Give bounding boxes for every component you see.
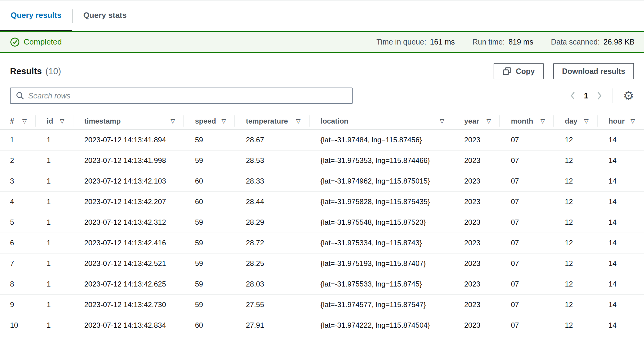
column-menu-icon[interactable]: ▽ [540,118,545,124]
column-header-location[interactable]: location▽ [310,113,453,130]
table-cell: 07 [500,315,554,336]
table-cell: 14 [598,130,644,150]
table-cell: 14 [598,150,644,171]
next-page-button[interactable] [596,91,602,100]
metric-value: 819 ms [508,38,533,46]
table-cell: 8 [0,274,36,294]
table-cell: 2023-07-12 14:13:42.521 [73,253,184,274]
table-cell: {lat=-31.975334, lng=115.8743} [310,233,453,253]
table-row[interactable]: 212023-07-12 14:13:41.9985928.53{lat=-31… [0,150,644,171]
column-header-label: timestamp [84,117,121,125]
table-cell: 59 [184,274,235,294]
table-cell: 12 [554,253,598,274]
metric-value: 26.98 KB [603,38,635,46]
table-cell: 14 [598,191,644,212]
gear-icon: ⚙ [623,89,634,103]
column-header-month[interactable]: month▽ [500,113,554,130]
column-header-year[interactable]: year▽ [453,113,500,130]
table-cell: 07 [500,274,554,294]
previous-page-button[interactable] [570,91,576,100]
column-menu-icon[interactable]: ▽ [221,118,226,124]
table-row[interactable]: 512023-07-12 14:13:42.3125928.29{lat=-31… [0,212,644,233]
table-cell: 28.29 [235,212,310,233]
column-menu-icon[interactable]: ▽ [60,118,64,124]
table-cell: 2023 [453,212,500,233]
table-cell: 07 [500,150,554,171]
column-menu-icon[interactable]: ▽ [440,118,444,124]
download-results-button[interactable]: Download results [553,63,634,79]
search-rows-input[interactable] [28,91,347,100]
column-menu-icon[interactable]: ▽ [170,118,175,124]
column-header-day[interactable]: day▽ [554,113,598,130]
table-cell: {lat=-31.975548, lng=115.87523} [310,212,453,233]
table-cell: 07 [500,191,554,212]
column-header-speed[interactable]: speed▽ [184,113,235,130]
table-cell: 2023-07-12 14:13:42.730 [73,294,184,315]
table-cell: 1 [36,294,73,315]
column-header-timestamp[interactable]: timestamp▽ [73,113,184,130]
table-row[interactable]: 612023-07-12 14:13:42.4165928.72{lat=-31… [0,233,644,253]
table-cell: 2023 [453,274,500,294]
table-cell: 9 [0,294,36,315]
column-header-temperature[interactable]: temperature▽ [235,113,310,130]
copy-icon [502,67,512,76]
table-cell: 59 [184,294,235,315]
table-row[interactable]: 312023-07-12 14:13:42.1036028.33{lat=-31… [0,171,644,191]
table-cell: 59 [184,253,235,274]
table-row[interactable]: 112023-07-12 14:13:41.8945928.67{lat=-31… [0,130,644,150]
table-cell: {lat=-31.974222, lng=115.874504} [310,315,453,336]
preferences-button[interactable]: ⚙ [623,90,634,102]
metric-label: Data scanned: [551,38,600,46]
table-cell: {lat=-31.975353, lng=115.874466} [310,150,453,171]
current-page-number[interactable]: 1 [584,91,588,101]
column-menu-icon[interactable]: ▽ [486,118,491,124]
table-cell: 12 [554,294,598,315]
chevron-left-icon [570,91,576,100]
column-menu-icon[interactable]: ▽ [22,118,27,124]
table-cell: 59 [184,130,235,150]
table-cell: 12 [554,191,598,212]
table-cell: 2023-07-12 14:13:41.998 [73,150,184,171]
results-title: Results (10) [10,66,61,76]
column-header-id[interactable]: id▽ [36,113,73,130]
table-cell: 28.33 [235,171,310,191]
chevron-right-icon [596,91,602,100]
table-cell: 10 [0,315,36,336]
table-cell: 07 [500,253,554,274]
tab-query-stats[interactable]: Query stats [73,1,137,31]
table-cell: 1 [36,171,73,191]
column-header-label: hour [609,117,625,125]
banner-metric: Time in queue:161 ms [377,38,455,46]
table-cell: 2023 [453,171,500,191]
table-cell: 27.91 [235,315,310,336]
copy-button-label: Copy [516,67,535,76]
table-cell: 12 [554,130,598,150]
column-menu-icon[interactable]: ▽ [584,118,589,124]
table-cell: 07 [500,233,554,253]
table-cell: 2023 [453,315,500,336]
table-row[interactable]: 1012023-07-12 14:13:42.8346027.91{lat=-3… [0,315,644,336]
table-cell: 28.67 [235,130,310,150]
pagination-divider [612,88,613,103]
table-cell: 28.72 [235,233,310,253]
table-row[interactable]: 912023-07-12 14:13:42.7305927.55{lat=-31… [0,294,644,315]
table-row[interactable]: 812023-07-12 14:13:42.6255928.03{lat=-31… [0,274,644,294]
column-menu-icon[interactable]: ▽ [630,118,635,124]
table-cell: 1 [36,191,73,212]
copy-button[interactable]: Copy [494,63,544,79]
table-cell: 6 [0,233,36,253]
column-header-label: speed [195,117,216,125]
download-results-label: Download results [562,67,625,76]
tab-query-results[interactable]: Query results [0,1,72,31]
table-cell: {lat=-31.975828, lng=115.875435} [310,191,453,212]
table-cell: 2023 [453,294,500,315]
table-cell: 07 [500,212,554,233]
column-header-hour[interactable]: hour▽ [598,113,644,130]
table-row[interactable]: 712023-07-12 14:13:42.5215928.25{lat=-31… [0,253,644,274]
column-menu-icon[interactable]: ▽ [296,118,300,124]
column-header-row-number[interactable]: #▽ [0,113,36,130]
table-cell: 07 [500,171,554,191]
table-cell: {lat=-31.975533, lng=115.8745} [310,274,453,294]
table-row[interactable]: 412023-07-12 14:13:42.2076028.44{lat=-31… [0,191,644,212]
banner-metrics: Time in queue:161 msRun time:819 msData … [377,38,635,46]
